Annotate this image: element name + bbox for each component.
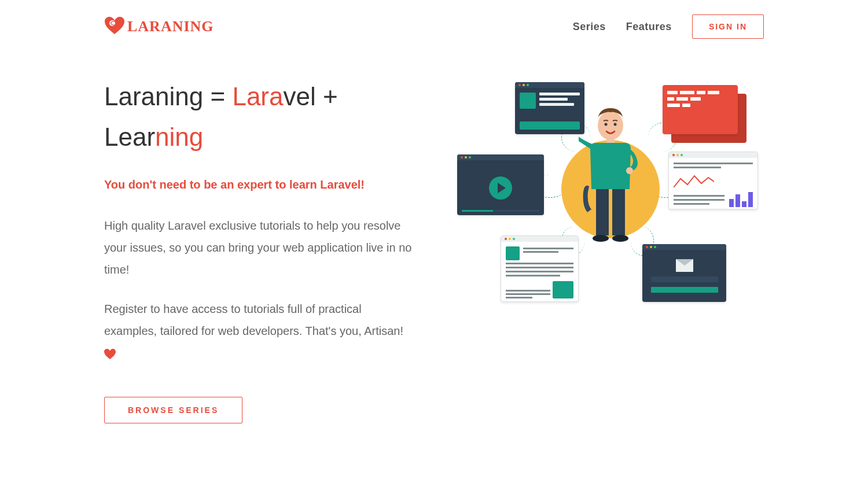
svg-point-1 <box>598 111 623 140</box>
hero-paragraph-1: High quality Laravel exclusive tutorials… <box>104 215 417 281</box>
header: LARANING Series Features SIGN IN <box>104 0 764 50</box>
title-part-1: Laraning = <box>104 82 232 110</box>
browse-series-button[interactable]: BROWSE SERIES <box>104 397 242 423</box>
play-icon <box>489 176 512 200</box>
nav-series[interactable]: Series <box>573 21 606 33</box>
illustration-video-window <box>457 154 544 215</box>
heart-logo-icon <box>104 16 125 37</box>
illustration-profile-window <box>515 82 584 134</box>
hero-content: Laraning = Laravel + Learning You don't … <box>104 76 417 423</box>
hero-subtitle: You don't need to be an expert to learn … <box>104 178 417 191</box>
logo[interactable]: LARANING <box>104 16 214 37</box>
svg-point-11 <box>612 235 628 242</box>
svg-point-2 <box>605 123 608 126</box>
signin-button[interactable]: SIGN IN <box>692 14 764 39</box>
svg-point-10 <box>593 235 609 242</box>
illustration-email-window <box>642 244 726 302</box>
envelope-icon <box>676 259 693 272</box>
hero-section: Laraning = Laravel + Learning You don't … <box>104 50 764 423</box>
svg-rect-9 <box>612 189 625 235</box>
svg-point-7 <box>626 167 633 174</box>
person-character <box>579 105 642 250</box>
hero-paragraph-2-text: Register to have access to tutorials ful… <box>104 303 403 337</box>
hero-illustration-container <box>451 76 764 423</box>
illustration-social-window <box>501 235 579 302</box>
hero-title: Laraning = Laravel + Learning <box>104 76 417 158</box>
svg-point-3 <box>614 123 617 126</box>
logo-text: LARANING <box>127 18 214 35</box>
nav-features[interactable]: Features <box>626 21 672 33</box>
title-accent-1: Lara <box>232 82 283 110</box>
main-nav: Series Features SIGN IN <box>573 14 764 39</box>
title-accent-2: ning <box>155 123 203 151</box>
hero-paragraph-2: Register to have access to tutorials ful… <box>104 298 417 365</box>
svg-rect-8 <box>596 189 609 235</box>
hero-illustration <box>457 82 758 314</box>
illustration-graph-window <box>668 152 758 209</box>
illustration-code-window <box>663 85 738 134</box>
heart-icon <box>104 348 116 360</box>
